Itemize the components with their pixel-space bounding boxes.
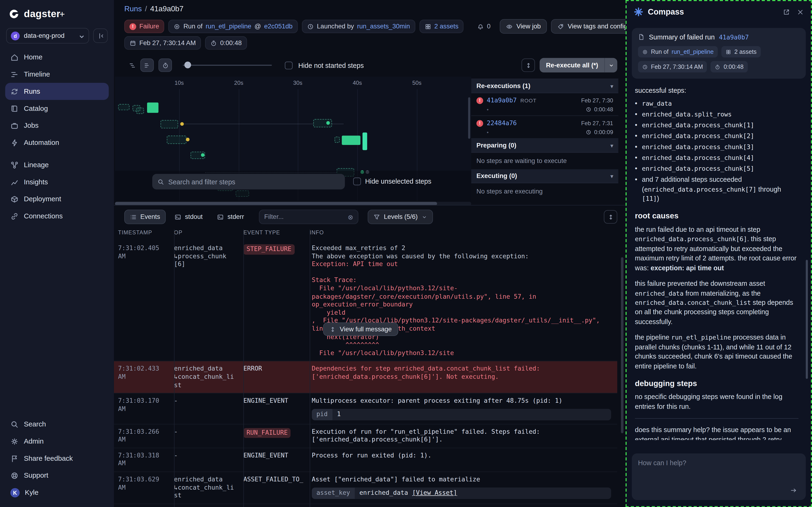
gantt-timer-toggle[interactable] [158, 58, 172, 72]
log-row[interactable]: 7:31:03.266 AM - RUN_FAILURE Execution o… [114, 424, 617, 448]
view-full-message-button[interactable]: View full message [323, 323, 398, 336]
sidebar-item-user[interactable]: K Kyle [5, 484, 109, 501]
run-of-chip[interactable]: Run of run_etl_pipeline @ e2c051db [168, 20, 298, 33]
compass-chat-box [632, 453, 806, 500]
sidebar-item-catalog[interactable]: Catalog [5, 100, 109, 117]
breadcrumb-runs-link[interactable]: Runs [124, 5, 142, 13]
step-item: •enriched_data.process_chunk[1] [635, 121, 798, 130]
home-icon [10, 53, 18, 61]
gantt-step-bar[interactable] [167, 135, 186, 144]
sidebar-item-deployment[interactable]: Deployment [5, 190, 109, 208]
tab-stdout[interactable]: stdout [169, 210, 208, 224]
gantt-vertical-scrollbar[interactable] [468, 97, 470, 138]
sidebar-item-home[interactable]: Home [5, 49, 109, 66]
view-asset-link[interactable]: [View Asset] [412, 489, 457, 497]
view-tags-config-button[interactable]: View tags and config [551, 19, 634, 34]
deployment-selector[interactable]: d data-eng-prod [6, 28, 89, 44]
compass-scrollbar[interactable] [806, 260, 808, 379]
gantt-step-bar[interactable] [335, 137, 340, 143]
log-row[interactable]: 7:31:03.170 AM - ENGINE_EVENT Multiproce… [114, 393, 617, 424]
reexecute-options-button[interactable] [604, 58, 617, 72]
gantt-step-bar[interactable] [363, 132, 367, 150]
gantt-expand-button[interactable] [522, 58, 535, 72]
tab-stderr[interactable]: stderr [211, 210, 250, 224]
send-button[interactable] [786, 485, 801, 496]
log-row[interactable]: 7:31:04.343 AM - ENGINE_EVENT Retrying t… [114, 504, 617, 507]
status-badge: ! Failure [124, 20, 164, 33]
log-filter-input[interactable] [264, 213, 344, 221]
gantt-step-dot[interactable] [326, 121, 330, 125]
breadcrumb: Runs/41a9a0b7 [124, 5, 183, 13]
sidebar-item-share-feedback[interactable]: Share feedback [5, 450, 109, 467]
chevron-down-icon: ▾ [611, 173, 613, 179]
reexecute-all-button[interactable]: Re-execute all (*) [540, 58, 617, 72]
launched-by-chip[interactable]: Launched by run_assets_30min [302, 20, 415, 33]
gantt-step-dot[interactable] [180, 122, 184, 126]
open-in-new-icon[interactable] [783, 8, 790, 15]
sidebar-item-lineage[interactable]: Lineage [5, 156, 109, 174]
alerts-chip[interactable]: 0 [472, 20, 496, 33]
gantt-step-dot[interactable] [201, 153, 204, 157]
sidebar-collapse-button[interactable] [93, 29, 108, 43]
levels-dropdown[interactable]: Levels (5/6) [368, 210, 433, 224]
assets-chip[interactable]: 2 assets [419, 20, 464, 33]
log-row[interactable]: 7:31:03.629 AM enriched_data ↳concat_chu… [114, 472, 617, 504]
compass-chat-input[interactable] [638, 459, 800, 484]
log-row[interactable]: 7:31:03.318 AM - ENGINE_EVENT Process fo… [114, 448, 617, 472]
clear-filter-icon[interactable]: ⊗ [348, 213, 354, 221]
code-version-link[interactable]: e2c051db [264, 23, 292, 30]
sidebar-item-runs[interactable]: Runs [5, 83, 109, 100]
gantt-step-bar[interactable] [147, 102, 158, 113]
reexecutions-header[interactable]: Re-executions (1)▾ [471, 79, 618, 93]
gantt-view-waterfall-button[interactable] [125, 58, 139, 72]
time-tick: 10s [174, 79, 184, 86]
zoom-slider[interactable] [183, 65, 272, 66]
executing-header[interactable]: Executing (0)▾ [471, 169, 618, 183]
step-search-input[interactable] [168, 178, 340, 185]
expand-logs-button[interactable] [604, 210, 617, 224]
preparing-header[interactable]: Preparing (0)▾ [471, 139, 618, 153]
step-item: •enriched_data.process_chunk[3] [635, 143, 798, 152]
close-icon[interactable] [797, 8, 804, 15]
sidebar-item-insights[interactable]: Insights [5, 173, 109, 190]
sidebar-item-automation[interactable]: Automation [5, 134, 109, 151]
view-job-button[interactable]: View job [500, 19, 547, 34]
hide-not-started-checkbox[interactable] [285, 61, 292, 69]
summary-run-link[interactable]: 41a9a0b7 [719, 33, 749, 41]
log-error-message: Dependencies for step enriched_data.conc… [312, 365, 611, 381]
zoom-slider-thumb[interactable] [184, 61, 191, 68]
log-row[interactable]: 7:31:02.405 AM enriched_data ↳process_ch… [114, 241, 617, 361]
run-of-chip[interactable]: Run of run_etl_pipeline [638, 46, 718, 57]
tree-dot: • [487, 129, 489, 135]
gantt-step-bar[interactable] [342, 135, 361, 145]
gantt-chart[interactable]: 10s 20s 30s 40s 50s [115, 76, 471, 201]
gantt-step-dot[interactable] [186, 137, 190, 141]
hide-unselected-checkbox[interactable] [353, 177, 361, 185]
step-item: •raw_data [635, 99, 798, 109]
sidebar-item-connections[interactable]: Connections [5, 208, 109, 225]
events-scrollbar[interactable] [621, 257, 624, 433]
run-tag-row: ! Failure Run of run_etl_pipeline @ e2c0… [124, 19, 612, 34]
gantt-step-bar[interactable] [136, 108, 144, 114]
sidebar-item-admin[interactable]: Admin [5, 433, 109, 450]
log-row[interactable]: 7:31:02.433 AM enriched_data ↳concat_chu… [114, 361, 617, 393]
sidebar-item-support[interactable]: Support [5, 467, 109, 484]
app: dagster+ d data-eng-prod Home Timeline [0, 0, 812, 507]
sidebar-item-search[interactable]: Search [5, 416, 109, 433]
sensor-link[interactable]: run_assets_30min [357, 23, 410, 30]
sidebar-item-timeline[interactable]: Timeline [5, 66, 109, 83]
sidebar-item-label: Runs [24, 88, 40, 95]
step-search-bar[interactable] [152, 174, 345, 189]
tab-events[interactable]: Events [124, 210, 166, 224]
run-date: Feb 27, 7:31 [581, 120, 613, 126]
assets-chip[interactable]: 2 assets [721, 46, 761, 57]
gantt-step-bar[interactable] [118, 104, 129, 110]
pipeline-link[interactable]: run_etl_pipeline [206, 23, 252, 30]
sidebar-item-jobs[interactable]: Jobs [5, 117, 109, 134]
log-filter[interactable]: ⊗ [259, 210, 359, 224]
gantt-step-bar[interactable] [160, 120, 178, 128]
gantt-view-flat-button[interactable] [140, 58, 154, 72]
run-link[interactable]: 41a9a0b7 [487, 97, 517, 104]
run-link[interactable]: 22484a76 [487, 119, 517, 127]
successful-steps-label: successful steps: [635, 86, 798, 96]
